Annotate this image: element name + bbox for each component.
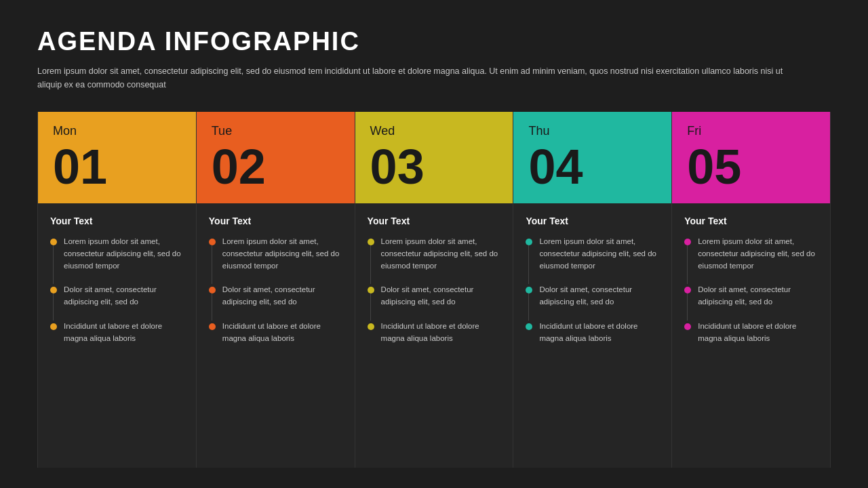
day-section-title-mon: Your Text [50,216,184,226]
vertical-line [212,245,212,284]
day-header-tue: Tue02 [197,112,355,203]
bullet-item: Lorem ipsum dolor sit amet, consectetur … [684,236,818,272]
bullet-list-mon: Lorem ipsum dolor sit amet, consectetur … [50,236,184,357]
bullet-text: Incididunt ut labore et dolore magna ali… [222,321,342,345]
bullet-item: Lorem ipsum dolor sit amet, consectetur … [209,236,342,272]
day-name-mon: Mon [53,124,181,138]
bullet-item: Lorem ipsum dolor sit amet, consectetur … [50,236,184,272]
bullet-item: Lorem ipsum dolor sit amet, consectetur … [368,236,501,272]
bullet-dot-icon [526,239,532,245]
day-section-title-tue: Your Text [209,216,342,226]
bullet-item: Incididunt ut labore et dolore magna ali… [50,321,184,345]
bullet-text: Incididunt ut labore et dolore magna ali… [381,321,501,345]
day-header-thu: Thu04 [513,112,671,203]
page: AGENDA INFOGRAPHIC Lorem ipsum dolor sit… [0,0,868,488]
bullet-dot-icon [209,239,216,245]
bullet-text: Dolor sit amet, consectetur adipiscing e… [64,284,184,308]
bullet-item: Dolor sit amet, consectetur adipiscing e… [526,284,659,308]
bullet-list-fri: Lorem ipsum dolor sit amet, consectetur … [684,236,818,357]
bullet-dot-icon [50,323,57,330]
bullet-item: Dolor sit amet, consectetur adipiscing e… [50,284,184,308]
day-body-thu: Your TextLorem ipsum dolor sit amet, con… [513,203,671,468]
bullet-text: Lorem ipsum dolor sit amet, consectetur … [698,236,818,272]
vertical-line [687,245,688,284]
bullet-dot-icon [50,239,57,245]
bullet-item: Incididunt ut labore et dolore magna ali… [368,321,501,345]
bullet-text: Lorem ipsum dolor sit amet, consectetur … [381,236,501,272]
page-subtitle: Lorem ipsum dolor sit amet, consectetur … [37,64,783,92]
day-section-title-fri: Your Text [684,216,818,226]
vertical-line [528,245,529,284]
day-body-fri: Your TextLorem ipsum dolor sit amet, con… [672,203,830,468]
bullet-text: Lorem ipsum dolor sit amet, consectetur … [539,236,659,272]
page-title: AGENDA INFOGRAPHIC [37,27,831,56]
bullet-item: Dolor sit amet, consectetur adipiscing e… [209,284,342,308]
bullet-list-thu: Lorem ipsum dolor sit amet, consectetur … [526,236,659,357]
day-number-tue: 02 [212,142,340,191]
bullet-dot-icon [684,287,691,293]
vertical-line [212,293,212,321]
day-column-fri: Fri05Your TextLorem ipsum dolor sit amet… [671,112,831,468]
calendar-grid: Mon01Your TextLorem ipsum dolor sit amet… [37,112,831,468]
bullet-item: Incididunt ut labore et dolore magna ali… [684,321,818,345]
day-number-wed: 03 [370,142,498,191]
bullet-text: Incididunt ut labore et dolore magna ali… [539,321,659,345]
bullet-text: Dolor sit amet, consectetur adipiscing e… [222,284,342,308]
bullet-text: Dolor sit amet, consectetur adipiscing e… [698,284,818,308]
bullet-text: Dolor sit amet, consectetur adipiscing e… [381,284,501,308]
day-body-mon: Your TextLorem ipsum dolor sit amet, con… [38,203,196,468]
bullet-item: Dolor sit amet, consectetur adipiscing e… [368,284,501,308]
bullet-list-wed: Lorem ipsum dolor sit amet, consectetur … [368,236,501,357]
bullet-item: Incididunt ut labore et dolore magna ali… [526,321,659,345]
bullet-dot-icon [368,323,374,330]
bullet-dot-icon [209,287,216,293]
day-header-fri: Fri05 [672,112,830,203]
vertical-line [687,293,688,321]
bullet-dot-icon [684,239,691,245]
bullet-item: Incididunt ut labore et dolore magna ali… [209,321,342,345]
day-number-thu: 04 [528,142,656,191]
day-header-mon: Mon01 [38,112,196,203]
bullet-item: Dolor sit amet, consectetur adipiscing e… [684,284,818,308]
bullet-dot-icon [526,287,532,293]
day-name-wed: Wed [370,124,498,138]
vertical-line [528,293,529,321]
bullet-dot-icon [368,287,374,293]
bullet-dot-icon [526,323,532,330]
bullet-list-tue: Lorem ipsum dolor sit amet, consectetur … [209,236,342,357]
day-column-tue: Tue02Your TextLorem ipsum dolor sit amet… [196,112,355,468]
vertical-line [370,245,371,284]
bullet-dot-icon [368,239,374,245]
day-name-fri: Fri [687,124,815,138]
day-column-mon: Mon01Your TextLorem ipsum dolor sit amet… [37,112,196,468]
bullet-dot-icon [50,287,57,293]
day-body-tue: Your TextLorem ipsum dolor sit amet, con… [197,203,355,468]
bullet-text: Lorem ipsum dolor sit amet, consectetur … [222,236,342,272]
day-header-wed: Wed03 [355,112,513,203]
bullet-dot-icon [684,323,691,330]
bullet-dot-icon [209,323,216,330]
bullet-text: Lorem ipsum dolor sit amet, consectetur … [64,236,184,272]
day-body-wed: Your TextLorem ipsum dolor sit amet, con… [355,203,513,468]
vertical-line [53,293,54,321]
day-column-wed: Wed03Your TextLorem ipsum dolor sit amet… [355,112,513,468]
header: AGENDA INFOGRAPHIC Lorem ipsum dolor sit… [37,27,831,92]
bullet-text: Incididunt ut labore et dolore magna ali… [64,321,184,345]
day-column-thu: Thu04Your TextLorem ipsum dolor sit amet… [513,112,671,468]
vertical-line [370,293,371,321]
bullet-text: Dolor sit amet, consectetur adipiscing e… [539,284,659,308]
bullet-text: Incididunt ut labore et dolore magna ali… [698,321,818,345]
day-section-title-wed: Your Text [368,216,501,226]
day-section-title-thu: Your Text [526,216,659,226]
day-name-thu: Thu [528,124,656,138]
bullet-item: Lorem ipsum dolor sit amet, consectetur … [526,236,659,272]
day-number-fri: 05 [687,142,815,191]
day-number-mon: 01 [53,142,181,191]
day-name-tue: Tue [212,124,340,138]
vertical-line [53,245,54,284]
